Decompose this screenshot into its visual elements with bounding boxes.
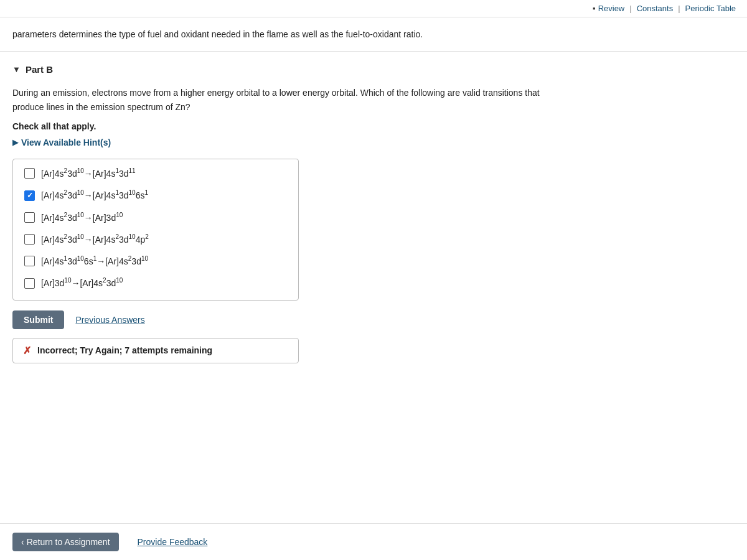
intro-text: parameters determines the type of fuel a… <box>12 29 423 39</box>
choice-item-4: [Ar]4s23d10→[Ar]4s23d104p2 <box>24 233 287 246</box>
choice-item-3: [Ar]4s23d10→[Ar]3d10 <box>24 211 287 224</box>
previous-answers-button[interactable]: Previous Answers <box>75 315 144 325</box>
constants-link[interactable]: Constants <box>637 4 674 13</box>
top-bar: ▪ Review | Constants | Periodic Table <box>0 0 747 17</box>
return-to-assignment-button[interactable]: ‹ Return to Assignment <box>12 533 119 551</box>
part-header: ▼ Part B <box>12 64 735 75</box>
checkbox-1[interactable] <box>24 168 35 179</box>
bottom-bar: ‹ Return to Assignment Provide Feedback <box>0 523 747 560</box>
return-arrow-icon: ‹ <box>21 537 24 547</box>
choices-box: [Ar]4s23d10→[Ar]4s13d11 [Ar]4s23d10→[Ar]… <box>12 159 299 301</box>
review-link[interactable]: Review <box>598 4 625 13</box>
return-label: Return to Assignment <box>27 537 110 547</box>
checkbox-4[interactable] <box>24 234 35 245</box>
choice-item-6: [Ar]3d10→[Ar]4s23d10 <box>24 276 287 289</box>
checkbox-3[interactable] <box>24 212 35 223</box>
hint-link[interactable]: ▶ View Available Hint(s) <box>12 138 735 147</box>
feedback-text: Incorrect; Try Again; 7 attempts remaini… <box>37 345 212 355</box>
choice-label-2: [Ar]4s23d10→[Ar]4s13d106s1 <box>41 189 148 202</box>
checkbox-2[interactable] <box>24 190 35 201</box>
intro-block: parameters determines the type of fuel a… <box>0 17 747 52</box>
review-icon: ▪ <box>593 4 596 13</box>
buttons-row: Submit Previous Answers <box>12 310 735 329</box>
separator-2: | <box>678 4 680 13</box>
checkbox-6[interactable] <box>24 278 35 289</box>
collapse-arrow-icon[interactable]: ▼ <box>12 65 21 74</box>
choice-label-4: [Ar]4s23d10→[Ar]4s23d104p2 <box>41 233 149 246</box>
separator-1: | <box>629 4 631 13</box>
choice-label-6: [Ar]3d10→[Ar]4s23d10 <box>41 276 123 289</box>
check-all-label: Check all that apply. <box>12 121 735 131</box>
choice-item-2: [Ar]4s23d10→[Ar]4s13d106s1 <box>24 189 287 202</box>
provide-feedback-button[interactable]: Provide Feedback <box>138 537 208 547</box>
part-label: Part B <box>26 64 53 75</box>
hint-label: View Available Hint(s) <box>21 138 111 147</box>
choice-label-5: [Ar]4s13d106s1→[Ar]4s23d10 <box>41 254 148 268</box>
periodic-table-link[interactable]: Periodic Table <box>685 4 736 13</box>
choice-item-5: [Ar]4s13d106s1→[Ar]4s23d10 <box>24 254 287 268</box>
hint-arrow-icon: ▶ <box>12 138 18 147</box>
submit-button[interactable]: Submit <box>12 310 64 329</box>
question-text: During an emission, electrons move from … <box>12 86 573 114</box>
checkbox-5[interactable] <box>24 256 35 266</box>
part-b-section: ▼ Part B During an emission, electrons m… <box>0 52 747 388</box>
choice-item-1: [Ar]4s23d10→[Ar]4s13d11 <box>24 167 287 180</box>
incorrect-icon: ✗ <box>23 345 31 357</box>
choice-label-1: [Ar]4s23d10→[Ar]4s13d11 <box>41 167 136 180</box>
choice-label-3: [Ar]4s23d10→[Ar]3d10 <box>41 211 123 224</box>
feedback-box: ✗ Incorrect; Try Again; 7 attempts remai… <box>12 338 299 363</box>
